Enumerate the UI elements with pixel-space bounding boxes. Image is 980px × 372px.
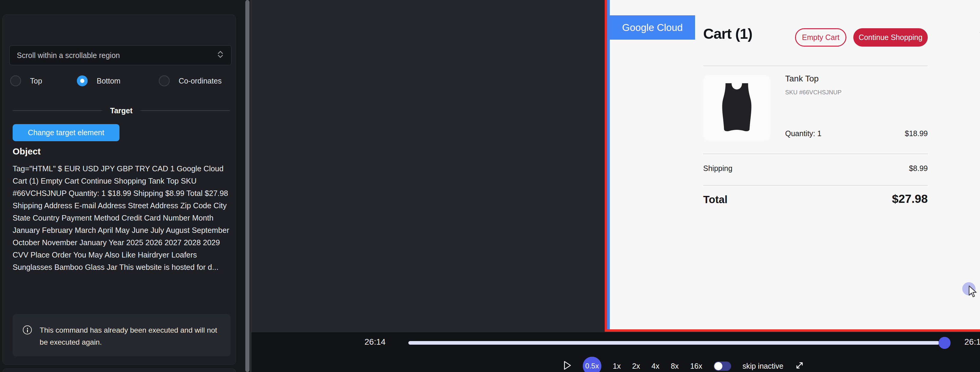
speed-1x-button[interactable]: 1x	[613, 362, 620, 370]
radio-coordinates[interactable]: Co-ordinates	[159, 75, 221, 87]
total-label: Total	[703, 193, 727, 206]
info-icon	[23, 326, 32, 334]
store-page: Google Cloud Cart (1) Empty Cart Continu…	[610, 0, 980, 329]
continue-shopping-button[interactable]: Continue Shopping	[853, 28, 928, 46]
empty-cart-button[interactable]: Empty Cart	[795, 28, 846, 46]
item-sku: SKU #66VCHSJNUP	[785, 89, 842, 96]
cart-divider	[703, 153, 928, 154]
replay-player-bar: 26:14 26:1 0.5x 1x 2x 4x 8x 16x skip ina…	[251, 332, 980, 372]
change-target-button[interactable]: Change target element	[13, 124, 119, 141]
next-command-card	[2, 369, 236, 372]
command-select[interactable]: Scroll within a scrollable region	[9, 45, 231, 65]
brand-badge[interactable]: Google Cloud	[610, 15, 695, 40]
fullscreen-icon[interactable]	[795, 361, 804, 371]
shipping-cost-value: $8.99	[909, 164, 928, 173]
radio-top[interactable]: Top	[10, 75, 42, 87]
command-card: Scroll within a scrollable region Top Bo…	[2, 14, 236, 365]
notice-text: This command has already been executed a…	[40, 324, 220, 356]
cart-divider	[703, 65, 928, 66]
speed-16x-button[interactable]: 16x	[690, 362, 702, 370]
seek-thumb[interactable]	[939, 337, 951, 349]
scroll-region-highlight	[607, 0, 610, 329]
radio-coordinates-circle[interactable]	[159, 75, 170, 86]
radio-top-label: Top	[30, 77, 42, 85]
object-description: Tag="HTML" $ EUR USD JPY GBP TRY CAD 1 G…	[13, 163, 231, 273]
play-icon[interactable]	[563, 361, 571, 371]
divider-line	[13, 110, 102, 111]
tank-top-image	[714, 79, 759, 136]
cursor-icon	[968, 286, 978, 299]
skip-inactive-label: skip inactive	[743, 362, 783, 370]
speed-4x-button[interactable]: 4x	[652, 362, 659, 370]
cart-heading: Cart (1)	[703, 25, 752, 42]
radio-selected-dot	[80, 79, 84, 83]
sidebar-panel: Scroll within a scrollable region Top Bo…	[0, 0, 251, 372]
radio-bottom[interactable]: Bottom	[77, 75, 120, 87]
product-image[interactable]	[703, 75, 770, 140]
target-section-divider: Target	[13, 105, 230, 116]
player-controls: 0.5x 1x 2x 4x 8x 16x skip inactive	[563, 356, 804, 372]
notice-banner: This command has already been executed a…	[13, 314, 231, 356]
current-time: 26:14	[364, 337, 385, 347]
replay-stage: Google Cloud Cart (1) Empty Cart Continu…	[251, 0, 980, 332]
cart-divider	[703, 185, 928, 186]
total-value: $27.98	[892, 192, 928, 206]
radio-coordinates-label: Co-ordinates	[179, 77, 221, 85]
item-name: Tank Top	[785, 74, 819, 83]
target-highlight-frame: Google Cloud Cart (1) Empty Cart Continu…	[605, 0, 980, 332]
object-heading: Object	[13, 146, 41, 156]
toggle-knob[interactable]	[714, 362, 722, 370]
divider-line	[140, 110, 230, 111]
speed-2x-button[interactable]: 2x	[632, 362, 640, 370]
radio-top-circle[interactable]	[10, 75, 21, 86]
skip-inactive-toggle[interactable]	[714, 361, 731, 371]
radio-bottom-circle[interactable]	[77, 75, 88, 86]
select-chevrons-icon	[217, 51, 224, 60]
app-root: Scroll within a scrollable region Top Bo…	[0, 0, 980, 372]
speed-8x-button[interactable]: 8x	[671, 362, 679, 370]
end-time: 26:1	[964, 337, 980, 347]
command-select-value: Scroll within a scrollable region	[17, 51, 120, 60]
speed-0-5x-button[interactable]: 0.5x	[583, 357, 601, 372]
item-price: $18.99	[905, 129, 928, 138]
radio-bottom-label: Bottom	[97, 77, 120, 85]
item-quantity: Quantity: 1	[785, 129, 821, 138]
sidebar-scrollbar[interactable]	[245, 0, 250, 372]
seek-bar[interactable]	[408, 341, 939, 345]
target-section-title: Target	[110, 106, 133, 115]
shipping-cost-label: Shipping	[703, 164, 732, 173]
